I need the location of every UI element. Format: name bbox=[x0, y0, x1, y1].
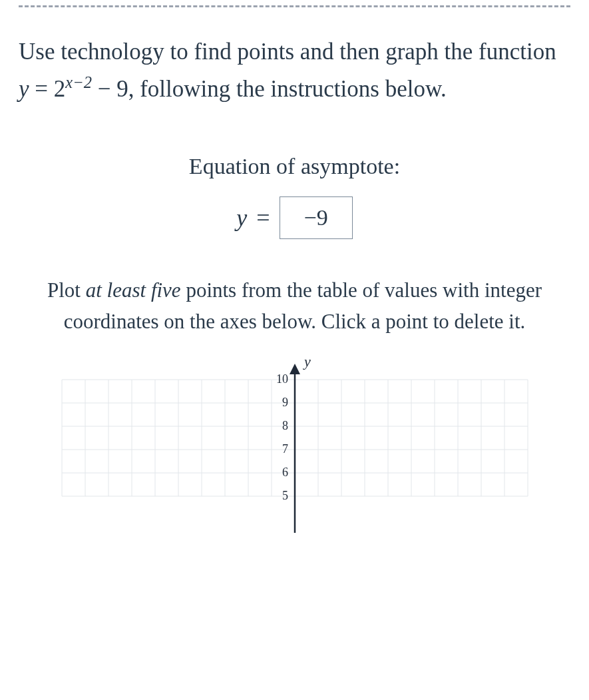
svg-marker-28 bbox=[290, 364, 300, 374]
eq-base: 2 bbox=[54, 76, 66, 102]
svg-text:6: 6 bbox=[282, 466, 288, 479]
asymptote-input[interactable] bbox=[280, 196, 353, 239]
svg-text:5: 5 bbox=[282, 489, 288, 502]
svg-text:y: y bbox=[303, 353, 311, 370]
eq-tail: − 9 bbox=[98, 76, 128, 102]
problem-text-prefix: Use technology to find points and then g… bbox=[19, 39, 556, 65]
eq-lhs-var: y bbox=[19, 76, 29, 102]
eq-exp-rest: −2 bbox=[73, 73, 92, 91]
asymptote-y-var: y bbox=[236, 204, 247, 232]
asymptote-label: Equation of asymptote: bbox=[19, 154, 570, 179]
problem-text-suffix: , following the instructions below. bbox=[128, 76, 447, 102]
eq-exp-var: x bbox=[65, 73, 73, 91]
plot-instructions-pre: Plot bbox=[47, 278, 86, 302]
plot-instructions-em: at least five bbox=[86, 278, 181, 302]
svg-text:10: 10 bbox=[276, 372, 288, 386]
asymptote-equals: = bbox=[256, 204, 270, 232]
graph-plot-area[interactable]: 5678910y bbox=[42, 346, 548, 533]
problem-statement: Use technology to find points and then g… bbox=[19, 34, 570, 107]
plot-instructions: Plot at least five points from the table… bbox=[39, 275, 550, 337]
svg-text:8: 8 bbox=[282, 419, 288, 432]
svg-text:9: 9 bbox=[282, 396, 288, 409]
section-divider bbox=[19, 5, 570, 7]
eq-equals: = bbox=[35, 76, 54, 102]
svg-text:7: 7 bbox=[282, 442, 288, 456]
